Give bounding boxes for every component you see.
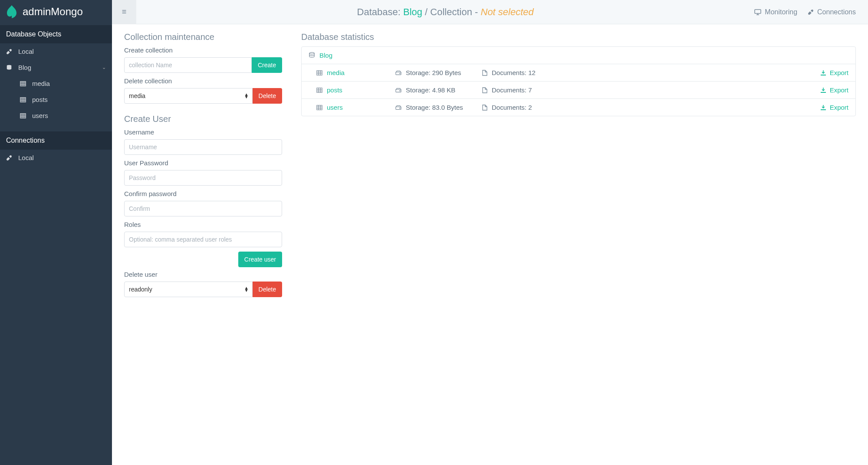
sidebar-collection-users[interactable]: users [0,108,112,124]
monitoring-label: Monitoring [765,8,797,16]
file-icon [482,70,487,76]
svg-rect-20 [317,70,322,75]
stats-storage: Storage: 4.98 KB [406,86,455,94]
export-label: Export [830,69,848,76]
breadcrumb-db[interactable]: Blog [403,7,422,17]
database-icon [6,65,15,71]
stats-db-row: Blog [302,47,855,64]
breadcrumb: Database: Blog / Collection - Not select… [136,7,754,18]
sidebar-header-objects: Database Objects [0,25,112,43]
download-icon [820,105,826,111]
stats-documents: Documents: 12 [492,69,536,76]
sidebar-collection-label: users [32,112,48,119]
svg-rect-16 [755,10,761,13]
svg-rect-6 [20,97,26,102]
breadcrumb-prefix: Database: [357,7,403,17]
stats-row: media Storage: 290 Bytes Documents: 12 [302,64,855,82]
username-input[interactable] [124,139,282,155]
export-button[interactable]: Export [820,104,848,111]
export-button[interactable]: Export [820,69,848,76]
download-icon [820,70,826,76]
confirm-password-input[interactable] [124,201,282,216]
sidebar-connection-local[interactable]: Local [0,43,112,59]
create-collection-button[interactable]: Create [252,57,282,73]
password-label: User Password [124,159,282,167]
stats-storage: Storage: 290 Bytes [406,69,461,76]
table-icon [20,113,29,119]
file-icon [482,87,487,93]
sidebar-collection-label: posts [32,96,48,103]
svg-rect-35 [821,92,826,93]
connections-link[interactable]: Connections [808,8,856,16]
plug-icon [6,49,15,55]
delete-collection-select[interactable]: media [125,88,252,103]
roles-label: Roles [124,221,282,228]
delete-collection-label: Delete collection [124,77,282,85]
svg-point-34 [400,90,400,91]
table-icon [316,87,322,93]
export-button[interactable]: Export [820,86,848,94]
sidebar-connection-label: Local [18,48,34,55]
svg-rect-28 [317,88,322,92]
delete-user-button[interactable]: Delete [253,282,282,297]
stats-db-name[interactable]: Blog [319,52,332,59]
stats-collection-link[interactable]: posts [327,86,342,94]
export-label: Export [830,104,848,111]
stats-storage: Storage: 83.0 Bytes [406,104,463,111]
delete-user-select-wrap[interactable]: readonly ▲▼ [124,282,253,297]
monitoring-link[interactable]: Monitoring [754,8,797,16]
stats-collection-link[interactable]: media [327,69,345,76]
svg-rect-36 [317,105,322,110]
table-icon [316,105,322,111]
sidebar-header-connections: Connections [0,131,112,150]
brand[interactable]: adminMongo [0,0,112,25]
sidebar-collection-label: media [32,80,50,87]
stats-row: users Storage: 83.0 Bytes Documents: 2 [302,99,855,116]
file-icon [482,105,487,111]
create-collection-input[interactable] [124,57,252,73]
delete-collection-button[interactable]: Delete [253,88,282,104]
sidebar-connection-item[interactable]: Local [0,150,112,166]
create-user-button[interactable]: Create user [238,252,282,267]
svg-point-19 [309,52,314,54]
stats-documents: Documents: 7 [492,86,532,94]
svg-point-26 [400,73,400,73]
table-icon [316,70,322,76]
hdd-icon [395,70,401,75]
sidebar: adminMongo Database Objects Local Blog ⌄… [0,0,112,465]
svg-rect-1 [20,81,26,86]
breadcrumb-not-selected: Not selected [481,7,534,17]
mongo-leaf-icon [6,5,17,18]
delete-user-label: Delete user [124,271,282,278]
stats-list: Blog media Storage: 290 Bytes [301,46,856,116]
chevron-down-icon: ⌄ [102,65,106,70]
db-stats-title: Database statistics [301,32,856,42]
stats-collection-link[interactable]: users [327,104,343,111]
delete-user-select[interactable]: readonly [125,282,252,297]
database-icon [309,52,315,59]
export-label: Export [830,86,848,94]
hdd-icon [395,88,401,93]
collection-maintenance-title: Collection maintenance [124,32,282,42]
topbar: ≡ Database: Blog / Collection - Not sele… [112,0,868,24]
sidebar-collections: media posts users [0,75,112,124]
sidebar-collection-posts[interactable]: posts [0,92,112,108]
menu-toggle-button[interactable]: ≡ [112,0,136,24]
password-input[interactable] [124,170,282,186]
download-icon [820,87,826,93]
table-icon [20,97,29,103]
sidebar-collection-media[interactable]: media [0,75,112,92]
svg-rect-27 [821,75,826,75]
sidebar-db-label: Blog [18,64,31,71]
create-collection-label: Create collection [124,46,282,54]
connections-label: Connections [817,8,856,16]
svg-point-42 [400,108,400,108]
hamburger-icon: ≡ [122,7,127,16]
delete-collection-select-wrap[interactable]: media ▲▼ [124,88,253,104]
brand-text: adminMongo [23,6,83,18]
roles-input[interactable] [124,232,282,247]
sidebar-db-blog[interactable]: Blog ⌄ [0,59,112,75]
username-label: Username [124,128,282,136]
confirm-password-label: Confirm password [124,190,282,197]
hdd-icon [395,105,401,110]
